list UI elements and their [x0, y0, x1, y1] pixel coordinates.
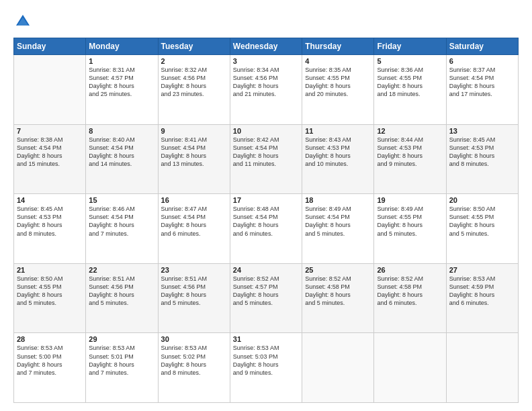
calendar-week-row: 21Sunrise: 8:50 AM Sunset: 4:55 PM Dayli… — [14, 263, 519, 333]
cell-content: Sunrise: 8:53 AM Sunset: 5:02 PM Dayligh… — [161, 344, 227, 377]
calendar-week-row: 14Sunrise: 8:45 AM Sunset: 4:53 PM Dayli… — [14, 194, 519, 264]
calendar-week-row: 7Sunrise: 8:38 AM Sunset: 4:54 PM Daylig… — [14, 124, 519, 194]
day-number: 8 — [89, 127, 154, 135]
cell-content: Sunrise: 8:53 AM Sunset: 5:03 PM Dayligh… — [233, 344, 299, 377]
day-number: 9 — [161, 127, 227, 135]
day-number: 14 — [17, 196, 83, 204]
day-number: 24 — [233, 266, 299, 274]
calendar-cell: 18Sunrise: 8:49 AM Sunset: 4:54 PM Dayli… — [302, 194, 374, 264]
calendar-cell: 14Sunrise: 8:45 AM Sunset: 4:53 PM Dayli… — [14, 194, 86, 264]
calendar-cell: 19Sunrise: 8:49 AM Sunset: 4:55 PM Dayli… — [374, 194, 446, 264]
calendar-cell: 17Sunrise: 8:48 AM Sunset: 4:54 PM Dayli… — [230, 194, 302, 264]
cell-content: Sunrise: 8:36 AM Sunset: 4:55 PM Dayligh… — [377, 66, 443, 99]
calendar-cell: 21Sunrise: 8:50 AM Sunset: 4:55 PM Dayli… — [14, 263, 86, 333]
cell-content: Sunrise: 8:52 AM Sunset: 4:58 PM Dayligh… — [377, 275, 443, 308]
day-number: 2 — [161, 57, 227, 65]
calendar-cell: 29Sunrise: 8:53 AM Sunset: 5:01 PM Dayli… — [86, 333, 158, 403]
calendar-cell: 16Sunrise: 8:47 AM Sunset: 4:54 PM Dayli… — [158, 194, 230, 264]
day-of-week-header: Friday — [374, 38, 446, 55]
day-number: 4 — [305, 57, 371, 65]
cell-content: Sunrise: 8:47 AM Sunset: 4:54 PM Dayligh… — [161, 205, 227, 238]
logo — [13, 12, 35, 31]
day-of-week-header: Thursday — [302, 38, 374, 55]
day-number: 6 — [449, 57, 515, 65]
calendar-cell — [374, 333, 446, 403]
calendar-cell: 25Sunrise: 8:52 AM Sunset: 4:58 PM Dayli… — [302, 263, 374, 333]
calendar-cell: 28Sunrise: 8:53 AM Sunset: 5:00 PM Dayli… — [14, 333, 86, 403]
cell-content: Sunrise: 8:38 AM Sunset: 4:54 PM Dayligh… — [17, 136, 83, 169]
day-number: 28 — [17, 335, 83, 343]
calendar-header-row: SundayMondayTuesdayWednesdayThursdayFrid… — [14, 38, 519, 55]
cell-content: Sunrise: 8:44 AM Sunset: 4:53 PM Dayligh… — [377, 136, 443, 169]
calendar-cell: 13Sunrise: 8:45 AM Sunset: 4:53 PM Dayli… — [446, 124, 518, 194]
day-number: 10 — [233, 127, 299, 135]
calendar-cell — [446, 333, 518, 403]
calendar-cell: 4Sunrise: 8:35 AM Sunset: 4:55 PM Daylig… — [302, 55, 374, 125]
day-of-week-header: Wednesday — [230, 38, 302, 55]
calendar-cell: 26Sunrise: 8:52 AM Sunset: 4:58 PM Dayli… — [374, 263, 446, 333]
cell-content: Sunrise: 8:43 AM Sunset: 4:53 PM Dayligh… — [305, 136, 371, 169]
cell-content: Sunrise: 8:52 AM Sunset: 4:57 PM Dayligh… — [233, 275, 299, 308]
cell-content: Sunrise: 8:45 AM Sunset: 4:53 PM Dayligh… — [449, 136, 515, 169]
day-number: 12 — [377, 127, 443, 135]
calendar-cell — [302, 333, 374, 403]
calendar-cell: 1Sunrise: 8:31 AM Sunset: 4:57 PM Daylig… — [86, 55, 158, 125]
day-of-week-header: Tuesday — [158, 38, 230, 55]
day-number: 19 — [377, 196, 443, 204]
calendar-page: SundayMondayTuesdayWednesdayThursdayFrid… — [0, 0, 532, 411]
calendar-cell: 9Sunrise: 8:41 AM Sunset: 4:54 PM Daylig… — [158, 124, 230, 194]
calendar-cell: 27Sunrise: 8:53 AM Sunset: 4:59 PM Dayli… — [446, 263, 518, 333]
day-of-week-header: Saturday — [446, 38, 518, 55]
calendar-cell — [14, 55, 86, 125]
cell-content: Sunrise: 8:32 AM Sunset: 4:56 PM Dayligh… — [161, 66, 227, 99]
calendar-week-row: 1Sunrise: 8:31 AM Sunset: 4:57 PM Daylig… — [14, 55, 519, 125]
day-number: 29 — [89, 335, 154, 343]
cell-content: Sunrise: 8:45 AM Sunset: 4:53 PM Dayligh… — [17, 205, 83, 238]
day-of-week-header: Sunday — [14, 38, 86, 55]
cell-content: Sunrise: 8:40 AM Sunset: 4:54 PM Dayligh… — [89, 136, 154, 169]
calendar-cell: 5Sunrise: 8:36 AM Sunset: 4:55 PM Daylig… — [374, 55, 446, 125]
day-number: 23 — [161, 266, 227, 274]
day-number: 25 — [305, 266, 371, 274]
cell-content: Sunrise: 8:51 AM Sunset: 4:56 PM Dayligh… — [89, 275, 154, 308]
cell-content: Sunrise: 8:41 AM Sunset: 4:54 PM Dayligh… — [161, 136, 227, 169]
calendar-cell: 8Sunrise: 8:40 AM Sunset: 4:54 PM Daylig… — [86, 124, 158, 194]
day-number: 31 — [233, 335, 299, 343]
calendar-cell: 2Sunrise: 8:32 AM Sunset: 4:56 PM Daylig… — [158, 55, 230, 125]
day-of-week-header: Monday — [86, 38, 158, 55]
calendar-cell: 3Sunrise: 8:34 AM Sunset: 4:56 PM Daylig… — [230, 55, 302, 125]
cell-content: Sunrise: 8:37 AM Sunset: 4:54 PM Dayligh… — [449, 66, 515, 99]
day-number: 15 — [89, 196, 154, 204]
logo-icon — [13, 12, 32, 31]
cell-content: Sunrise: 8:50 AM Sunset: 4:55 PM Dayligh… — [449, 205, 515, 238]
calendar-cell: 12Sunrise: 8:44 AM Sunset: 4:53 PM Dayli… — [374, 124, 446, 194]
calendar-cell: 20Sunrise: 8:50 AM Sunset: 4:55 PM Dayli… — [446, 194, 518, 264]
calendar-cell: 6Sunrise: 8:37 AM Sunset: 4:54 PM Daylig… — [446, 55, 518, 125]
cell-content: Sunrise: 8:42 AM Sunset: 4:54 PM Dayligh… — [233, 136, 299, 169]
cell-content: Sunrise: 8:35 AM Sunset: 4:55 PM Dayligh… — [305, 66, 371, 99]
calendar-cell: 15Sunrise: 8:46 AM Sunset: 4:54 PM Dayli… — [86, 194, 158, 264]
day-number: 3 — [233, 57, 299, 65]
cell-content: Sunrise: 8:49 AM Sunset: 4:54 PM Dayligh… — [305, 205, 371, 238]
day-number: 7 — [17, 127, 83, 135]
cell-content: Sunrise: 8:49 AM Sunset: 4:55 PM Dayligh… — [377, 205, 443, 238]
calendar-cell: 7Sunrise: 8:38 AM Sunset: 4:54 PM Daylig… — [14, 124, 86, 194]
day-number: 21 — [17, 266, 83, 274]
calendar-cell: 30Sunrise: 8:53 AM Sunset: 5:02 PM Dayli… — [158, 333, 230, 403]
day-number: 1 — [89, 57, 154, 65]
day-number: 22 — [89, 266, 154, 274]
cell-content: Sunrise: 8:52 AM Sunset: 4:58 PM Dayligh… — [305, 275, 371, 308]
calendar-table: SundayMondayTuesdayWednesdayThursdayFrid… — [13, 38, 519, 403]
day-number: 17 — [233, 196, 299, 204]
calendar-cell: 24Sunrise: 8:52 AM Sunset: 4:57 PM Dayli… — [230, 263, 302, 333]
header — [13, 12, 519, 31]
cell-content: Sunrise: 8:50 AM Sunset: 4:55 PM Dayligh… — [17, 275, 83, 308]
calendar-cell: 10Sunrise: 8:42 AM Sunset: 4:54 PM Dayli… — [230, 124, 302, 194]
calendar-cell: 31Sunrise: 8:53 AM Sunset: 5:03 PM Dayli… — [230, 333, 302, 403]
day-number: 30 — [161, 335, 227, 343]
calendar-cell: 11Sunrise: 8:43 AM Sunset: 4:53 PM Dayli… — [302, 124, 374, 194]
day-number: 20 — [449, 196, 515, 204]
calendar-cell: 22Sunrise: 8:51 AM Sunset: 4:56 PM Dayli… — [86, 263, 158, 333]
calendar-cell: 23Sunrise: 8:51 AM Sunset: 4:56 PM Dayli… — [158, 263, 230, 333]
day-number: 18 — [305, 196, 371, 204]
